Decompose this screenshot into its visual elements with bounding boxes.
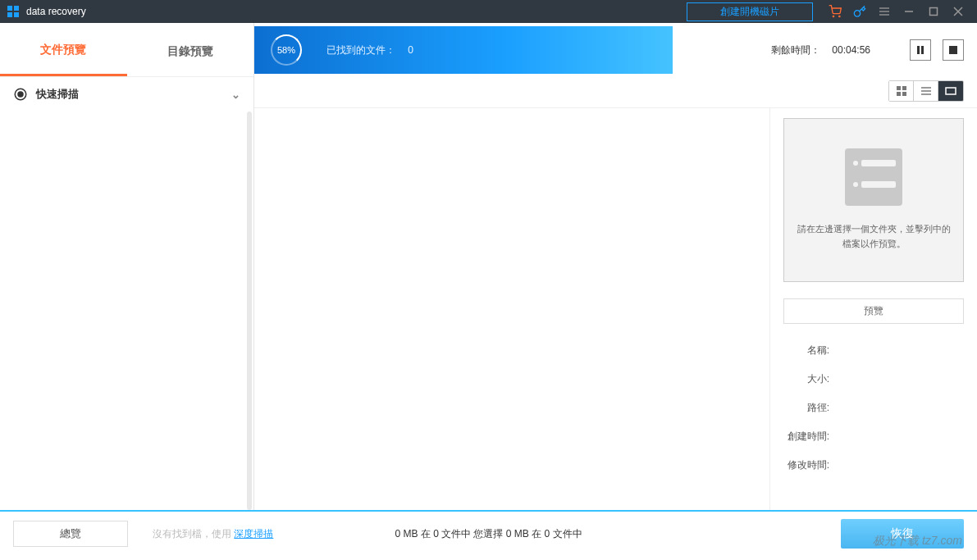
close-button[interactable]	[946, 0, 970, 23]
tab-file-preview[interactable]: 文件預覽	[0, 26, 127, 76]
svg-rect-1	[14, 6, 19, 11]
found-count: 0	[408, 44, 413, 56]
pause-button[interactable]	[910, 39, 931, 61]
svg-rect-15	[917, 46, 920, 54]
view-grid-button[interactable]	[889, 81, 914, 101]
app-logo-icon	[7, 5, 20, 18]
create-boot-disk-button[interactable]: 創建開機磁片	[687, 2, 813, 21]
recover-button[interactable]: 恢復	[841, 519, 964, 549]
svg-rect-20	[897, 92, 901, 96]
found-label: 已找到的文件：	[326, 44, 395, 56]
footer-stats: 0 MB 在 0 文件中 您選擇 0 MB 在 0 文件中	[395, 527, 582, 541]
svg-rect-3	[14, 12, 19, 17]
preview-panel: 請在左邊選擇一個文件夾，並擊列中的檔案以作預覽。 預覽 名稱: 大小: 路徑: …	[770, 108, 977, 510]
svg-rect-18	[897, 86, 901, 90]
preview-button[interactable]: 預覽	[783, 298, 964, 324]
cart-icon[interactable]	[823, 0, 847, 23]
remaining-label: 剩餘時間：	[771, 43, 820, 57]
scan-progress-bar: 58% 已找到的文件： 0 剩餘時間： 00:04:56	[254, 26, 977, 74]
chevron-down-icon: ⌄	[231, 89, 240, 101]
view-list-button[interactable]	[914, 81, 938, 101]
meta-path-label: 路徑:	[783, 401, 829, 415]
overview-button[interactable]: 總覽	[13, 521, 128, 547]
deep-scan-link[interactable]: 深度掃描	[234, 528, 273, 540]
maximize-button[interactable]	[921, 0, 946, 23]
meta-size-label: 大小:	[783, 372, 829, 386]
meta-modified-label: 修改時間:	[783, 458, 829, 472]
preview-hint: 請在左邊選擇一個文件夾，並擊列中的檔案以作預覽。	[794, 222, 953, 251]
svg-rect-21	[902, 92, 906, 96]
preview-placeholder: 請在左邊選擇一個文件夾，並擊列中的檔案以作預覽。	[783, 118, 964, 282]
titlebar: data recovery 創建開機磁片	[0, 0, 977, 23]
sidebar: 文件預覽 目錄預覽 快速掃描 ⌄	[0, 23, 254, 510]
meta-created-label: 創建時間:	[783, 430, 829, 444]
remaining-value: 00:04:56	[832, 44, 870, 56]
stop-button[interactable]	[943, 39, 964, 61]
quick-scan-row[interactable]: 快速掃描 ⌄	[0, 77, 253, 112]
drive-icon	[845, 148, 902, 206]
svg-rect-17	[949, 46, 957, 54]
minimize-button[interactable]	[897, 0, 921, 23]
target-icon	[13, 87, 28, 102]
svg-rect-19	[902, 86, 906, 90]
svg-point-5	[839, 16, 840, 16]
view-toolbar	[254, 74, 977, 108]
svg-rect-10	[930, 8, 938, 16]
svg-rect-16	[921, 46, 924, 54]
svg-rect-2	[7, 12, 12, 17]
svg-point-4	[833, 16, 833, 16]
file-list	[254, 108, 770, 510]
svg-point-14	[18, 92, 23, 97]
svg-rect-0	[7, 6, 12, 11]
menu-icon[interactable]	[872, 0, 897, 23]
deep-scan-hint: 沒有找到檔，使用 深度掃描	[153, 527, 273, 541]
key-icon[interactable]	[847, 0, 872, 23]
view-detail-button[interactable]	[938, 81, 963, 101]
progress-percent: 58%	[271, 34, 302, 66]
app-title: data recovery	[26, 6, 86, 17]
quick-scan-label: 快速掃描	[36, 87, 79, 102]
footer: 總覽 沒有找到檔，使用 深度掃描 0 MB 在 0 文件中 您選擇 0 MB 在…	[0, 510, 977, 556]
svg-rect-25	[946, 88, 956, 94]
meta-name-label: 名稱:	[783, 344, 829, 357]
tab-dir-preview[interactable]: 目錄預覽	[127, 26, 254, 76]
sidebar-tree	[0, 112, 253, 510]
